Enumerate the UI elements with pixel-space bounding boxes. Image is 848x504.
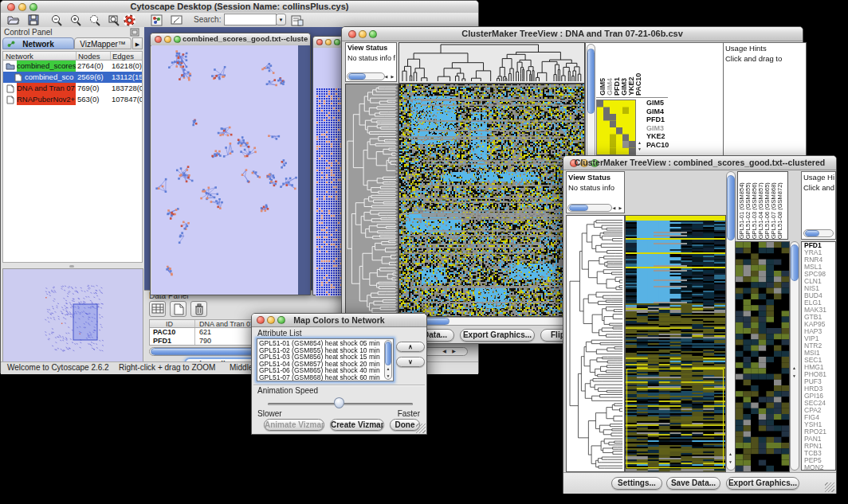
network-tree-row[interactable]: combined_scores2764(0)16218(0)	[3, 61, 142, 72]
gene-list-item[interactable]: SPC98	[804, 271, 835, 278]
gene-list-item[interactable]: RPN1	[804, 443, 835, 450]
scroll-down-icon[interactable]: ▼	[384, 373, 392, 378]
scroll-up-icon[interactable]: ▲	[636, 140, 643, 145]
column-label[interactable]: GPL51-04 (GSM857)	[757, 172, 764, 239]
network-grid-view[interactable]	[313, 48, 344, 295]
float-panel-icon[interactable]	[130, 28, 139, 37]
scroll-left-icon[interactable]: ◀	[441, 349, 448, 354]
search-dropdown-arrow[interactable]: ▼	[276, 14, 286, 25]
scroll-right-icon[interactable]: ▶	[617, 205, 624, 210]
minimize-button[interactable]	[164, 36, 171, 43]
column-label[interactable]: GIM4	[606, 45, 613, 96]
gene-list-item[interactable]: HMG1	[804, 364, 835, 371]
gene-list-item[interactable]: VIP1	[804, 335, 835, 342]
column-label[interactable]: GIM3	[620, 45, 627, 96]
tv2-status-hscrollbar[interactable]	[567, 204, 612, 212]
network-tree-list[interactable]: combined_scores2764(0)16218(0)combined_s…	[2, 61, 143, 263]
gene-list-item[interactable]: MON2	[804, 464, 835, 471]
zoom-button[interactable]	[334, 39, 340, 45]
attribute-list[interactable]: GPL51-01 (GSM854) heat shock 05 minGPL51…	[257, 338, 394, 381]
tv1-gene-dendrogram-canvas[interactable]	[345, 84, 398, 317]
animation-speed-slider-thumb[interactable]	[334, 397, 344, 408]
gene-list-item[interactable]: CPA2	[804, 407, 835, 414]
scroll-down-icon[interactable]: ▼	[727, 459, 734, 464]
attribute-select-button[interactable]	[149, 301, 166, 317]
scroll-right-icon[interactable]: ▶	[450, 349, 457, 354]
zoom-out-icon[interactable]	[50, 14, 63, 26]
tv2-export-graphics-button[interactable]: Export Graphics...	[726, 477, 799, 490]
gene-list-item[interactable]: RNR4	[804, 256, 835, 264]
attribute-list-item[interactable]: GPL51-07 (GSM868) heat shock 60 min	[259, 374, 391, 381]
gene-list-item[interactable]: RPO21	[804, 428, 835, 436]
zoom-button[interactable]	[174, 36, 181, 43]
scroll-down-icon[interactable]: ▼	[791, 373, 798, 378]
gene-list-item[interactable]: YRA1	[804, 249, 835, 256]
gene-list-item[interactable]: PFD1	[646, 115, 683, 124]
zoom-fit-icon[interactable]	[108, 14, 120, 26]
network-view-canvas[interactable]	[151, 45, 298, 295]
column-label[interactable]: PAC10	[634, 45, 642, 96]
gene-list-item[interactable]: MSL1	[804, 264, 835, 271]
move-up-button[interactable]: ∧	[396, 342, 425, 352]
zoom-selected-icon[interactable]	[88, 14, 101, 26]
gene-list-item[interactable]: NIS1	[804, 285, 835, 292]
gene-list-item[interactable]: MAK31	[804, 307, 835, 314]
scroll-up-icon[interactable]: ▲	[791, 365, 798, 370]
column-label[interactable]: PFD1	[613, 45, 620, 96]
dialog-titlebar[interactable]: Map Colors to Network	[252, 314, 426, 327]
column-label[interactable]: GPL51-06 (GSM865)	[764, 172, 770, 239]
gene-list-item[interactable]: KAP95	[804, 321, 835, 328]
gene-list-item[interactable]: PEP5	[804, 457, 835, 464]
tv2-genes-vscrollbar[interactable]	[790, 241, 799, 471]
tv1-status-hscrollbar[interactable]	[347, 72, 385, 80]
resize-grip[interactable]	[825, 483, 834, 492]
scroll-down-icon[interactable]: ▼	[636, 147, 643, 151]
create-vizmap-button[interactable]: Create Vizmap	[330, 419, 384, 431]
annotation-icon[interactable]	[171, 14, 183, 26]
gene-list-item[interactable]: PHO81	[804, 371, 835, 378]
column-label[interactable]: GPL51-07 (GSM868)	[770, 172, 776, 239]
gene-list-item[interactable]: PAC10	[646, 141, 683, 150]
scroll-up-icon[interactable]: ▲	[727, 451, 734, 456]
main-titlebar[interactable]: Cytoscape Desktop (Session Name: collins…	[1, 1, 478, 14]
network-grid-titlebar[interactable]	[313, 37, 344, 49]
gene-list-item[interactable]: GIM3	[646, 124, 683, 133]
gene-list-item[interactable]: YSH1	[804, 421, 835, 428]
gene-list-item[interactable]: FIG4	[804, 414, 835, 421]
close-button[interactable]	[155, 36, 162, 43]
column-label[interactable]: GIM5	[599, 45, 606, 96]
network-view-titlebar[interactable]: combined_scores_good.txt--cluste...	[151, 33, 310, 46]
help-lifesaver-icon[interactable]	[124, 14, 135, 26]
gene-list-item[interactable]: PFD1	[804, 242, 835, 249]
column-label[interactable]: GPL51-03 (GSM856)	[751, 172, 757, 239]
network-tree-row[interactable]: combined_sco2569(6)13112(15)	[3, 72, 142, 83]
new-attribute-button[interactable]	[170, 301, 186, 317]
treeview2-titlebar[interactable]: ClusterMaker TreeView : combined_scores_…	[563, 156, 836, 170]
gene-list-item[interactable]: GIM4	[646, 107, 683, 116]
minimize-button[interactable]	[325, 39, 332, 45]
gene-list-item[interactable]: BUD4	[804, 292, 835, 299]
gene-list-item[interactable]: SEC1	[804, 357, 835, 364]
search-input[interactable]	[224, 14, 277, 25]
birdseye-overview-canvas[interactable]	[2, 268, 143, 362]
tv1-mini-heatmap-canvas[interactable]	[596, 100, 636, 155]
column-label[interactable]: GPL51-02 (GSM855)	[744, 172, 751, 239]
gene-list-item[interactable]: ELG1	[804, 299, 835, 307]
network-tree-row[interactable]: RNAPuberNov2+I563(0)107847(0)	[3, 94, 142, 105]
animate-vizmap-button[interactable]: Animate Vizmap	[264, 419, 324, 431]
column-label[interactable]: GPL51-08 (GSM872)	[776, 172, 783, 239]
close-button[interactable]	[316, 39, 323, 45]
gene-list-item[interactable]: TCB3	[804, 450, 835, 457]
tv2-mini-heatmap-canvas[interactable]	[735, 241, 790, 472]
gene-list-item[interactable]: HRD3	[804, 385, 835, 393]
scroll-right-icon[interactable]: ▶	[389, 74, 396, 79]
network-table-header[interactable]: Network Nodes Edges	[2, 51, 143, 61]
gene-list-item[interactable]: PUF3	[804, 378, 835, 385]
zoom-in-icon[interactable]	[69, 14, 82, 26]
plugin-nodes-icon[interactable]	[151, 14, 163, 26]
tab-vizmapper[interactable]: VizMapper™	[74, 37, 132, 49]
tv2-save-data-button[interactable]: Save Data...	[666, 477, 720, 490]
tv1-array-dendrogram-canvas[interactable]	[398, 42, 585, 84]
tab-network[interactable]: Network	[2, 37, 74, 49]
gene-list-item[interactable]: MSI1	[804, 350, 835, 357]
